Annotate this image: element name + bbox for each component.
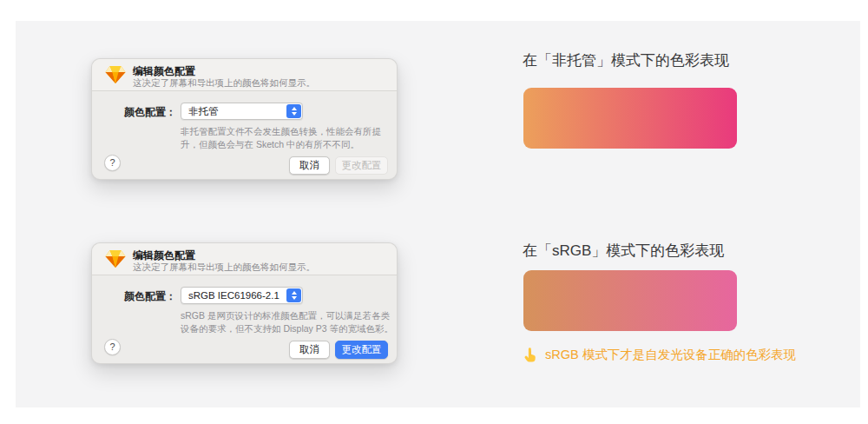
dropdown-stepper-icon xyxy=(286,104,301,118)
sketch-app-icon xyxy=(105,249,126,268)
backhand-index-pointing-up-icon xyxy=(523,348,537,362)
note-text: sRGB 模式下才是自发光设备正确的色彩表现 xyxy=(545,347,796,363)
dialog-header: 编辑颜色配置 这决定了屏幕和导出项上的颜色将如何显示。 xyxy=(92,59,397,91)
help-button[interactable]: ? xyxy=(104,155,121,171)
dialog-header: 编辑颜色配置 这决定了屏幕和导出项上的颜色将如何显示。 xyxy=(92,243,397,275)
color-profile-field-label: 颜色配置： xyxy=(92,289,176,304)
gradient-swatch-srgb xyxy=(523,270,737,331)
dropdown-selected-value: 非托管 xyxy=(188,105,219,118)
content-panel: 编辑颜色配置 这决定了屏幕和导出项上的颜色将如何显示。 颜色配置： 非托管 非托… xyxy=(16,21,860,407)
dropdown-selected-value: sRGB IEC61966-2.1 xyxy=(188,290,279,301)
color-profile-dropdown[interactable]: 非托管 xyxy=(181,103,303,120)
gradient-swatch-unmanaged xyxy=(523,88,737,149)
change-profile-button[interactable]: 更改配置 xyxy=(335,156,388,175)
profile-description: sRGB 是网页设计的标准颜色配置，可以满足若各类设备的要求，但不支持如 Dis… xyxy=(181,309,394,335)
color-profile-dialog-srgb: 编辑颜色配置 这决定了屏幕和导出项上的颜色将如何显示。 颜色配置： sRGB I… xyxy=(91,242,398,364)
dialog-subtitle: 这决定了屏幕和导出项上的颜色将如何显示。 xyxy=(133,262,315,274)
page: 编辑颜色配置 这决定了屏幕和导出项上的颜色将如何显示。 颜色配置： 非托管 非托… xyxy=(0,0,868,424)
sketch-app-icon xyxy=(105,65,126,84)
preview-heading-srgb: 在「sRGB」模式下的色彩表现 xyxy=(523,241,724,261)
help-button[interactable]: ? xyxy=(104,339,121,355)
color-profile-dialog-unmanaged: 编辑颜色配置 这决定了屏幕和导出项上的颜色将如何显示。 颜色配置： 非托管 非托… xyxy=(91,58,398,180)
dialog-subtitle: 这决定了屏幕和导出项上的颜色将如何显示。 xyxy=(133,77,315,89)
dialog-actions: 取消 更改配置 xyxy=(289,156,388,175)
profile-description: 非托管配置文件不会发生颜色转换，性能会有所提升，但颜色会与在 Sketch 中的… xyxy=(181,125,394,151)
change-profile-button[interactable]: 更改配置 xyxy=(335,341,388,359)
color-profile-dropdown[interactable]: sRGB IEC61966-2.1 xyxy=(181,287,303,304)
dialog-actions: 取消 更改配置 xyxy=(289,341,388,359)
srgb-note: sRGB 模式下才是自发光设备正确的色彩表现 xyxy=(523,347,796,363)
cancel-button[interactable]: 取消 xyxy=(289,341,330,359)
preview-heading-unmanaged: 在「非托管」模式下的色彩表现 xyxy=(523,50,729,70)
dropdown-stepper-icon xyxy=(286,288,301,302)
color-profile-field-label: 颜色配置： xyxy=(92,105,176,120)
cancel-button[interactable]: 取消 xyxy=(289,156,330,175)
